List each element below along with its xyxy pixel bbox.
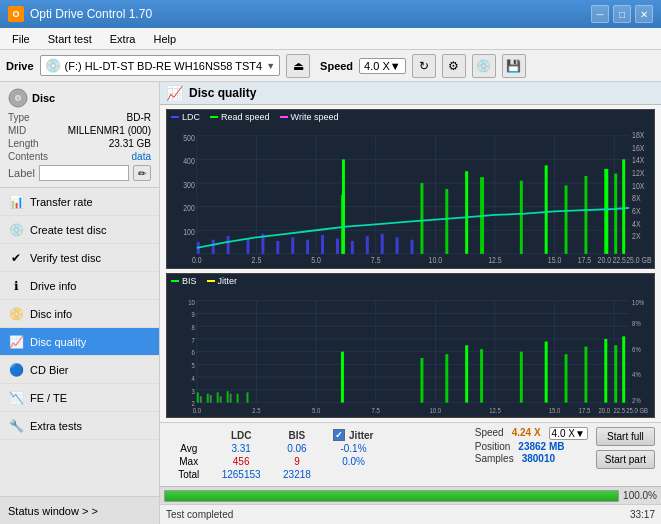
svg-rect-133	[210, 395, 212, 403]
drive-dropdown-arrow: ▼	[266, 61, 275, 71]
svg-text:200: 200	[183, 204, 195, 214]
stats-row: LDC BIS ✓ Jitter Avg	[166, 427, 655, 482]
write-speed-legend-dot	[280, 116, 288, 118]
svg-rect-125	[520, 351, 523, 402]
menu-start-test[interactable]: Start test	[40, 31, 100, 47]
svg-text:6%: 6%	[632, 345, 641, 353]
disc-label-row: Label ✏	[8, 165, 151, 181]
save-button[interactable]: 💾	[502, 54, 526, 78]
sidebar-item-transfer-rate[interactable]: 📊 Transfer rate	[0, 188, 159, 216]
start-full-button[interactable]: Start full	[596, 427, 655, 446]
svg-rect-55	[381, 234, 384, 254]
svg-text:7.5: 7.5	[372, 406, 380, 414]
svg-rect-124	[480, 349, 483, 402]
disc-button[interactable]: 💿	[472, 54, 496, 78]
samples-row: Samples 380010	[475, 453, 588, 464]
menu-extra[interactable]: Extra	[102, 31, 144, 47]
svg-text:22.5: 22.5	[612, 256, 626, 266]
disc-info-section: Disc Type BD-R MID MILLENMR1 (000) Lengt…	[0, 82, 159, 188]
disc-label-input[interactable]	[39, 165, 129, 181]
svg-rect-59	[342, 159, 345, 253]
content-header: 📈 Disc quality	[160, 82, 661, 105]
svg-text:22.5: 22.5	[613, 406, 625, 414]
svg-text:8X: 8X	[632, 193, 640, 203]
svg-rect-67	[584, 176, 587, 254]
avg-label: Avg	[168, 443, 209, 454]
speed-value: 4.0 X	[364, 60, 390, 72]
speed-row: Speed 4.24 X 4.0 X ▼	[475, 427, 588, 440]
svg-rect-114	[197, 392, 199, 402]
speed-label: Speed	[320, 60, 353, 72]
speed-stat-selector[interactable]: 4.0 X ▼	[549, 427, 588, 440]
nav-items: 📊 Transfer rate 💿 Create test disc ✔ Ver…	[0, 188, 159, 496]
ldc-legend-item: LDC	[171, 112, 200, 122]
drive-selector[interactable]: 💿 (F:) HL-DT-ST BD-RE WH16NS58 TST4 ▼	[40, 55, 281, 76]
app-title: Opti Drive Control 1.70	[30, 7, 152, 21]
ldc-legend-label: LDC	[182, 112, 200, 122]
position-value: 23862 MB	[518, 441, 564, 452]
start-part-button[interactable]: Start part	[596, 450, 655, 469]
status-window-button[interactable]: Status window > >	[0, 496, 159, 524]
svg-rect-118	[237, 393, 239, 402]
extra-tests-icon: 🔧	[8, 418, 24, 434]
contents-value: data	[132, 151, 151, 162]
verify-test-disc-icon: ✔	[8, 250, 24, 266]
disc-label-edit-button[interactable]: ✏	[133, 165, 151, 181]
sidebar-item-disc-info[interactable]: 📀 Disc info	[0, 300, 159, 328]
maximize-button[interactable]: □	[613, 5, 631, 23]
sidebar-item-cd-bier[interactable]: 🔵 CD Bier	[0, 356, 159, 384]
sidebar-item-disc-quality[interactable]: 📈 Disc quality	[0, 328, 159, 356]
statusbar: Test completed 33:17	[160, 504, 661, 524]
jitter-checkbox[interactable]: ✓	[333, 429, 345, 441]
svg-rect-65	[545, 165, 548, 254]
drive-value: (F:) HL-DT-ST BD-RE WH16NS58 TST4	[65, 60, 263, 72]
disc-length-row: Length 23.31 GB	[8, 138, 151, 149]
sidebar-item-drive-info[interactable]: ℹ Drive info	[0, 272, 159, 300]
svg-text:5: 5	[192, 361, 195, 369]
minimize-button[interactable]: ─	[591, 5, 609, 23]
svg-rect-126	[545, 341, 548, 402]
svg-text:100: 100	[183, 227, 195, 237]
stats-header-jitter-section: ✓ Jitter	[323, 429, 384, 441]
titlebar-left: O Opti Drive Control 1.70	[8, 6, 152, 22]
max-bis: 9	[273, 456, 321, 467]
position-label: Position	[475, 441, 511, 452]
svg-text:25.0 GB: 25.0 GB	[626, 406, 648, 414]
svg-text:7: 7	[192, 336, 195, 344]
eject-button[interactable]: ⏏	[286, 54, 310, 78]
svg-text:20.0: 20.0	[599, 406, 611, 414]
svg-rect-54	[366, 236, 369, 254]
menu-file[interactable]: File	[4, 31, 38, 47]
svg-rect-123	[465, 345, 468, 402]
jitter-checkbox-section: ✓ Jitter	[333, 429, 374, 441]
stats-row-total: Total 1265153 23218	[168, 469, 384, 480]
disc-quality-icon: 📈	[8, 334, 24, 350]
total-ldc: 1265153	[211, 469, 270, 480]
bis-chart-legend: BIS Jitter	[167, 274, 654, 288]
sidebar-item-verify-test-disc[interactable]: ✔ Verify test disc	[0, 244, 159, 272]
sidebar-item-create-test-disc[interactable]: 💿 Create test disc	[0, 216, 159, 244]
settings-button[interactable]: ⚙	[442, 54, 466, 78]
main-layout: Disc Type BD-R MID MILLENMR1 (000) Lengt…	[0, 82, 661, 524]
bis-legend-dot	[171, 280, 179, 282]
svg-rect-45	[227, 236, 230, 254]
right-stats-area: Speed 4.24 X 4.0 X ▼ Position 23862 MB	[394, 427, 655, 469]
menu-help[interactable]: Help	[145, 31, 184, 47]
svg-text:2X: 2X	[632, 231, 640, 241]
svg-text:16X: 16X	[632, 144, 644, 154]
ldc-legend-dot	[171, 116, 179, 118]
close-button[interactable]: ✕	[635, 5, 653, 23]
disc-quality-label: Disc quality	[30, 336, 86, 348]
speed-selector[interactable]: 4.0 X ▼	[359, 58, 406, 74]
svg-text:0.0: 0.0	[192, 256, 202, 266]
app-icon: O	[8, 6, 24, 22]
svg-text:4: 4	[192, 374, 195, 382]
sidebar-item-extra-tests[interactable]: 🔧 Extra tests	[0, 412, 159, 440]
svg-text:5.0: 5.0	[312, 406, 320, 414]
menubar: File Start test Extra Help	[0, 28, 661, 50]
svg-text:400: 400	[183, 157, 195, 167]
refresh-button[interactable]: ↻	[412, 54, 436, 78]
sidebar-item-fe-te[interactable]: 📉 FE / TE	[0, 384, 159, 412]
titlebar-controls: ─ □ ✕	[591, 5, 653, 23]
avg-jitter: -0.1%	[323, 443, 384, 454]
